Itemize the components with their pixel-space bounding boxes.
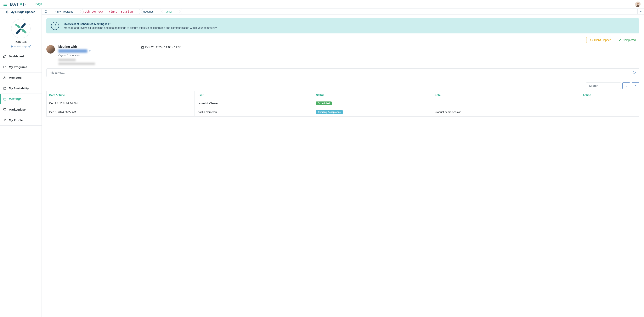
cell-note: Product demo session. xyxy=(432,108,580,117)
user-avatar[interactable] xyxy=(635,2,640,7)
logo-registered-mark: ® xyxy=(25,4,26,5)
external-link-icon[interactable] xyxy=(89,50,92,52)
cell-user: Caitlin Cameron xyxy=(195,108,313,117)
svg-point-14 xyxy=(15,24,18,26)
breadcrumb-bar: My Programs Tech Connect - Winter Sessio… xyxy=(42,9,644,15)
external-link-icon[interactable] xyxy=(108,23,111,25)
button-label: Completed xyxy=(622,39,636,42)
public-page-label: Public Page xyxy=(14,45,27,48)
svg-point-10 xyxy=(637,3,639,5)
col-user[interactable]: User xyxy=(195,91,313,99)
button-label: Didn't Happen xyxy=(594,39,611,42)
table-search-input[interactable] xyxy=(588,84,618,88)
nav-label: Members xyxy=(9,76,22,79)
breadcrumb-program-name[interactable]: Tech Connect - Winter Session xyxy=(78,9,137,14)
download-icon xyxy=(634,84,637,88)
info-banner: i Overview of Scheduled Meetings! Manage… xyxy=(46,18,639,34)
minus-circle-icon xyxy=(590,39,593,42)
col-status[interactable]: Status xyxy=(313,91,432,99)
collapse-panel-button[interactable] xyxy=(638,9,644,14)
breadcrumb-meetings[interactable]: Meetings xyxy=(137,9,158,14)
nav-my-programs[interactable]: My Programs xyxy=(0,62,42,73)
col-note[interactable]: Note xyxy=(432,91,580,99)
folder-icon xyxy=(3,65,6,69)
back-circle-icon xyxy=(6,11,9,14)
external-link-icon xyxy=(28,45,31,48)
nav-my-profile[interactable]: My Profile xyxy=(0,115,42,126)
calendar-icon xyxy=(141,46,144,49)
list-icon xyxy=(624,84,628,88)
home-icon xyxy=(44,10,48,13)
column-settings-button[interactable] xyxy=(622,82,630,89)
user-icon xyxy=(3,119,6,122)
send-note-button[interactable] xyxy=(633,71,636,74)
calendar-icon xyxy=(3,87,6,90)
table-row: Dec 3, 2024 06:27 AMCaitlin CameronPendi… xyxy=(46,108,639,117)
breadcrumb-tracker[interactable]: Tracker xyxy=(158,9,176,14)
didnt-happen-button[interactable]: Didn't Happen xyxy=(586,37,615,43)
nav-members[interactable]: Members xyxy=(0,73,42,83)
breadcrumb-programs[interactable]: My Programs xyxy=(52,9,78,14)
download-button[interactable] xyxy=(632,82,639,89)
org-name: Tech B2B xyxy=(0,40,42,44)
completed-button[interactable]: Completed xyxy=(615,37,639,43)
table-row: Dec 12, 2024 02:20 AMLasse M. ClausenSch… xyxy=(46,99,639,108)
svg-point-11 xyxy=(24,23,26,25)
note-input-wrapper xyxy=(46,68,639,77)
nav-dashboard[interactable]: Dashboard xyxy=(0,51,42,62)
nav-my-availability[interactable]: My Availability xyxy=(0,83,42,94)
logo-text: BAT xyxy=(10,2,19,7)
status-badge: Scheduled xyxy=(316,102,332,105)
hamburger-menu-icon[interactable] xyxy=(4,2,7,6)
table-search-wrapper xyxy=(586,82,621,89)
store-icon xyxy=(3,108,6,111)
nav-label: Meetings xyxy=(9,97,22,101)
check-icon xyxy=(618,39,621,42)
org-logo xyxy=(11,19,30,38)
calendar-icon xyxy=(3,97,6,101)
contact-detail-redacted xyxy=(58,59,76,61)
brand-logo[interactable]: BAT I ® xyxy=(10,2,26,7)
main-content: My Programs Tech Connect - Winter Sessio… xyxy=(42,9,644,317)
svg-point-13 xyxy=(16,32,18,34)
crumb-label: Tracker xyxy=(163,10,172,13)
back-label: My Bridge Spaces xyxy=(10,10,35,14)
back-to-spaces-link[interactable]: My Bridge Spaces xyxy=(6,10,35,14)
meeting-contact-avatar xyxy=(46,45,55,54)
triangle-left-icon xyxy=(640,10,642,13)
cell-datetime: Dec 12, 2024 02:20 AM xyxy=(46,99,195,108)
public-page-link[interactable]: Public Page xyxy=(10,45,31,48)
meeting-datetime: Dec 23, 2024, 11:00 - 11:30 xyxy=(141,46,181,65)
avatar-image xyxy=(635,2,640,7)
cell-user: Lasse M. Clausen xyxy=(195,99,313,108)
breadcrumb-home[interactable] xyxy=(42,9,52,14)
globe-icon xyxy=(10,45,13,48)
crumb-label: Tech Connect - Winter Session xyxy=(83,10,133,13)
topbar: BAT I ® Bridge xyxy=(0,0,644,9)
nav-marketplace[interactable]: Marketplace xyxy=(0,104,42,115)
crumb-label: Meetings xyxy=(142,10,154,13)
nav-label: My Programs xyxy=(9,65,27,69)
cell-note xyxy=(432,99,580,108)
app-name[interactable]: Bridge xyxy=(34,3,42,6)
svg-point-12 xyxy=(24,31,26,34)
status-button-group: Didn't Happen Completed xyxy=(586,37,639,43)
col-datetime[interactable]: Date & Time xyxy=(46,91,195,99)
send-icon xyxy=(633,71,636,74)
history-table: Date & Time User Status Note Action Dec … xyxy=(46,91,639,117)
nav-meetings[interactable]: Meetings xyxy=(0,94,42,104)
pinwheel-icon xyxy=(13,21,28,36)
banner-title-row: Overview of Scheduled Meetings! xyxy=(64,23,111,26)
col-action[interactable]: Action xyxy=(580,91,639,99)
nav-label: Dashboard xyxy=(9,55,24,58)
sidebar: My Bridge Spaces Tech B2B Public xyxy=(0,9,42,317)
add-note-input[interactable] xyxy=(49,71,633,74)
separator xyxy=(30,2,30,6)
home-icon xyxy=(3,55,6,58)
nav-label: Marketplace xyxy=(9,108,26,111)
meeting-header: Meeting with Crystal Corporation Dec 23,… xyxy=(46,45,639,65)
cell-status: Pending Acceptance xyxy=(313,108,432,117)
status-badge: Pending Acceptance xyxy=(316,110,343,114)
cell-action xyxy=(580,108,639,117)
cell-datetime: Dec 3, 2024 06:27 AM xyxy=(46,108,195,117)
